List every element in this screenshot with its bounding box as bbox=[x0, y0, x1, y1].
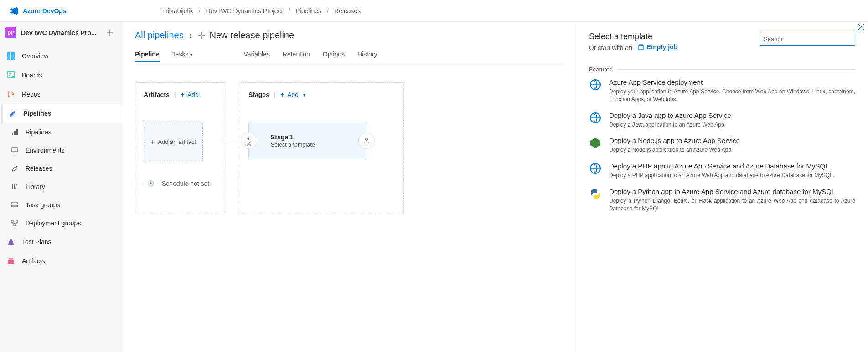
sidebar-subitem-pipelines[interactable]: Pipelines bbox=[4, 123, 122, 141]
tab-pipeline[interactable]: Pipeline bbox=[135, 51, 160, 61]
post-deployment-conditions-button[interactable] bbox=[358, 133, 375, 149]
product-name: Azure DevOps bbox=[23, 7, 67, 15]
python-icon bbox=[589, 188, 602, 200]
template-item[interactable]: Deploy a Node.js app to Azure App Servic… bbox=[589, 137, 855, 154]
sidebar-item-label: Boards bbox=[22, 71, 42, 79]
project-badge: DP bbox=[5, 27, 16, 38]
chevron-right-icon: › bbox=[189, 30, 192, 41]
all-pipelines-link[interactable]: All pipelines bbox=[135, 30, 184, 41]
sidebar-subitem-label: Pipelines bbox=[26, 128, 52, 136]
sidebar-subitem-releases[interactable]: Releases bbox=[4, 159, 122, 178]
tab-variables[interactable]: Variables bbox=[243, 51, 269, 61]
template-item[interactable]: Deploy a Java app to Azure App Service D… bbox=[589, 112, 855, 129]
svg-point-26 bbox=[366, 138, 368, 141]
clock-icon: 🕒 bbox=[144, 177, 157, 190]
breadcrumb-sep: / bbox=[327, 7, 329, 15]
tab-tasks[interactable]: Tasks▾ bbox=[172, 51, 193, 61]
template-list: Azure App Service deployment Deploy your… bbox=[589, 78, 855, 213]
svg-rect-1 bbox=[11, 52, 15, 56]
section-featured: Featured bbox=[589, 66, 855, 73]
stage-title: Stage 1 bbox=[271, 133, 315, 141]
panel-subtitle: Or start with an Empty job bbox=[589, 43, 677, 51]
template-desc: Deploy your application to Azure App Ser… bbox=[609, 88, 855, 103]
breadcrumb-sep: / bbox=[288, 7, 290, 15]
logo-area[interactable]: Azure DevOps bbox=[9, 6, 128, 16]
sidebar-item-artifacts[interactable]: Artifacts bbox=[0, 251, 122, 270]
azure-devops-logo-icon bbox=[9, 6, 19, 16]
svg-rect-18 bbox=[11, 205, 18, 207]
project-row[interactable]: DP Dev IWC Dynamics Pro... bbox=[0, 22, 122, 44]
empty-job-link[interactable]: Empty job bbox=[638, 43, 678, 51]
breadcrumb-project[interactable]: Dev IWC Dynamics Project bbox=[206, 7, 283, 15]
artifacts-header: Artifacts bbox=[144, 91, 170, 98]
azure-appservice-icon bbox=[589, 78, 602, 91]
chevron-down-icon: ▾ bbox=[303, 92, 305, 97]
sidebar-item-label: Repos bbox=[22, 91, 40, 98]
add-artifact-link[interactable]: +Add bbox=[181, 91, 199, 98]
plus-icon: + bbox=[280, 91, 284, 98]
svg-point-24 bbox=[201, 35, 202, 36]
svg-rect-11 bbox=[16, 129, 18, 135]
add-artifact-text: Add an artifact bbox=[158, 138, 196, 146]
svg-rect-9 bbox=[12, 133, 13, 135]
breadcrumb-page[interactable]: Releases bbox=[334, 7, 361, 15]
page-title-row: All pipelines › New release pipeline bbox=[135, 30, 563, 41]
template-item[interactable]: Deploy a Python app to Azure App Service… bbox=[589, 188, 855, 213]
person-icon bbox=[246, 141, 252, 146]
template-title: Deploy a Java app to Azure App Service bbox=[609, 112, 731, 119]
breadcrumb-org[interactable]: milkabijelik bbox=[162, 7, 193, 15]
sidebar-item-testplans[interactable]: Test Plans bbox=[0, 232, 122, 251]
trigger-icon bbox=[246, 136, 252, 141]
tab-history[interactable]: History bbox=[357, 51, 377, 61]
breadcrumb-area[interactable]: Pipelines bbox=[295, 7, 321, 15]
sidebar-item-pipelines[interactable]: Pipelines bbox=[0, 104, 122, 123]
template-item[interactable]: Deploy a PHP app to Azure App Service an… bbox=[589, 162, 855, 179]
template-desc: Deploy a PHP application to an Azure Web… bbox=[609, 172, 834, 179]
stages-panel: Stages | +Add▾ Stage 1 bbox=[240, 82, 404, 214]
search-input[interactable] bbox=[760, 32, 855, 46]
close-button[interactable] bbox=[856, 22, 866, 32]
schedule-box[interactable]: 🕒 Schedule not set bbox=[144, 177, 217, 190]
template-title: Deploy a Node.js app to Azure App Servic… bbox=[609, 137, 740, 144]
sidebar-subitem-deploymentgroups[interactable]: Deployment groups bbox=[4, 214, 122, 232]
sidebar-subitem-taskgroups[interactable]: Task groups bbox=[4, 196, 122, 214]
sidebar-subitem-label: Releases bbox=[26, 165, 52, 172]
person-icon bbox=[363, 138, 370, 144]
page-title: New release pipeline bbox=[197, 30, 294, 41]
sidebar-subitem-library[interactable]: Library bbox=[4, 178, 122, 196]
tab-retention[interactable]: Retention bbox=[283, 51, 310, 61]
plus-icon: + bbox=[150, 138, 155, 147]
sidebar-subitem-label: Library bbox=[26, 183, 45, 190]
library-icon bbox=[10, 182, 19, 191]
top-header: Azure DevOps milkabijelik / Dev IWC Dyna… bbox=[0, 0, 868, 22]
close-icon bbox=[858, 24, 864, 30]
tabs: Pipeline Tasks▾ Variables Retention Opti… bbox=[135, 48, 563, 64]
add-artifact-box[interactable]: + Add an artifact bbox=[144, 122, 203, 162]
svg-rect-0 bbox=[7, 52, 10, 56]
project-name: Dev IWC Dynamics Pro... bbox=[21, 29, 99, 36]
template-panel: Select a template Or start with an Empty… bbox=[576, 22, 868, 352]
artifacts-panel: Artifacts | +Add + Add an artifact 🕒 Sch… bbox=[135, 82, 226, 214]
svg-rect-21 bbox=[14, 224, 16, 226]
new-item-button[interactable] bbox=[103, 26, 116, 39]
stages-header: Stages bbox=[248, 91, 269, 98]
stage-card[interactable]: Stage 1 Select a template bbox=[248, 122, 367, 159]
sidebar-item-label: Overview bbox=[22, 52, 48, 60]
pre-deployment-conditions-button[interactable] bbox=[241, 133, 257, 149]
svg-point-25 bbox=[248, 142, 250, 143]
content-area: All pipelines › New release pipeline Pip… bbox=[122, 22, 576, 352]
sidebar-subitem-environments[interactable]: Environments bbox=[4, 141, 122, 159]
tab-options[interactable]: Options bbox=[323, 51, 345, 61]
testplans-icon bbox=[6, 237, 16, 246]
template-desc: Deploy a Java application to an Azure We… bbox=[609, 121, 731, 129]
svg-rect-15 bbox=[14, 184, 15, 189]
add-stage-link[interactable]: +Add▾ bbox=[280, 91, 305, 98]
sidebar-item-overview[interactable]: Overview bbox=[0, 46, 122, 66]
sidebar-item-repos[interactable]: Repos bbox=[0, 85, 122, 104]
stage-subtitle: Select a template bbox=[271, 142, 315, 148]
pipelines-icon bbox=[8, 109, 17, 118]
sidebar-item-boards[interactable]: Boards bbox=[0, 66, 122, 85]
taskgroups-icon bbox=[10, 200, 19, 209]
template-item[interactable]: Azure App Service deployment Deploy your… bbox=[589, 78, 855, 103]
overview-icon bbox=[6, 51, 16, 61]
